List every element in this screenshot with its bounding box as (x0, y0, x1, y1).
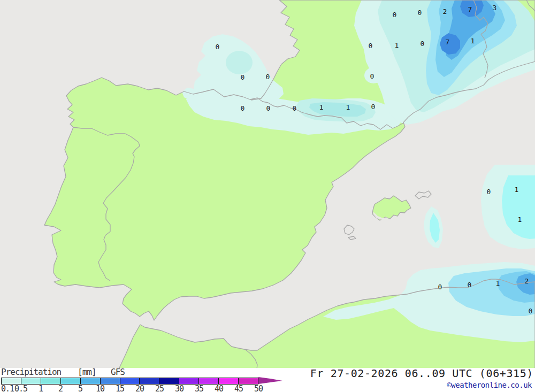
weather-map-page: 0027301071000000011001100120 Precipitati… (0, 0, 535, 392)
colorbar-tick-label: 30 (175, 384, 184, 392)
precipitation-map (0, 0, 535, 369)
legend: Precipitation [mm] GFS 0.10.512510152025… (0, 368, 535, 392)
colorbar-tick-label: 1 (39, 384, 43, 392)
legend-model: GFS (111, 367, 125, 377)
colorbar-tick-label: 40 (215, 384, 223, 392)
colorbar-tick-label: 0.5 (14, 384, 27, 392)
colorbar-tick-label: 50 (254, 384, 263, 392)
colorbar-tick-label: 2 (58, 384, 63, 392)
colorbar-tick-label: 20 (135, 384, 144, 392)
colorbar-tick-label: 5 (78, 384, 82, 392)
forecast-datetime: Fr 27-02-2026 06..09 UTC (06+315) (310, 367, 533, 380)
colorbar-tick-label: 10 (96, 384, 104, 392)
colorbar-tick-label: 15 (116, 384, 124, 392)
legend-title: Precipitation (1, 367, 61, 377)
colorbar-tick-label: 35 (195, 384, 203, 392)
colorbar-tick-label: 25 (155, 384, 164, 392)
precip-area-biscay-inner (226, 51, 253, 74)
copyright-link[interactable]: ©weatheronline.co.uk (447, 381, 532, 389)
colorbar-tick-label: 0.1 (1, 384, 14, 392)
legend-unit: [mm] (78, 367, 96, 377)
colorbar-tick-label: 45 (234, 384, 243, 392)
